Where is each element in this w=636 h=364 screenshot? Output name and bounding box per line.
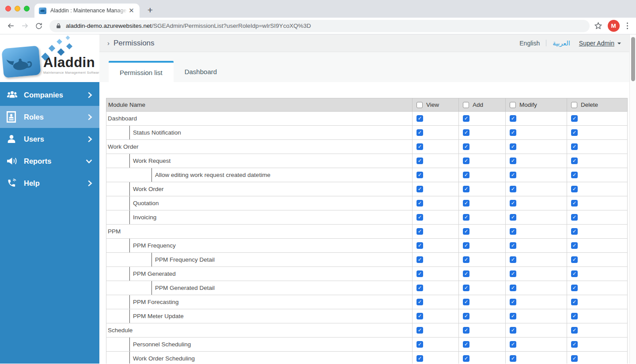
- permission-delete-checkbox[interactable]: [571, 341, 578, 348]
- permission-view-checkbox[interactable]: [416, 299, 423, 305]
- tab-close-icon[interactable]: ✕: [128, 7, 135, 15]
- select-all-delete-checkbox[interactable]: [571, 102, 577, 108]
- bookmark-star-button[interactable]: [594, 22, 602, 30]
- permission-modify-checkbox[interactable]: [510, 158, 516, 164]
- permission-modify-checkbox[interactable]: [510, 115, 516, 122]
- permission-delete-checkbox[interactable]: [571, 186, 578, 192]
- permission-modify-checkbox[interactable]: [510, 214, 516, 221]
- permission-modify-checkbox[interactable]: [510, 256, 516, 263]
- permission-add-checkbox[interactable]: [463, 115, 469, 122]
- permission-add-checkbox[interactable]: [463, 299, 469, 305]
- permission-view-checkbox[interactable]: [416, 256, 423, 263]
- sidebar-item-roles[interactable]: Roles: [0, 106, 99, 128]
- permission-delete-checkbox[interactable]: [571, 228, 578, 235]
- permission-delete-checkbox[interactable]: [571, 115, 578, 122]
- permission-view-checkbox[interactable]: [416, 285, 423, 291]
- permission-view-checkbox[interactable]: [416, 313, 423, 319]
- permission-view-checkbox[interactable]: [416, 327, 423, 334]
- permission-add-checkbox[interactable]: [463, 200, 469, 206]
- permission-view-checkbox[interactable]: [416, 355, 423, 362]
- select-all-add-checkbox[interactable]: [463, 102, 469, 108]
- browser-menu-button[interactable]: [625, 21, 630, 31]
- permission-modify-checkbox[interactable]: [510, 341, 516, 348]
- permission-modify-checkbox[interactable]: [510, 355, 516, 362]
- scrollbar-thumb[interactable]: [631, 37, 635, 81]
- user-menu-button[interactable]: Super Admin: [579, 40, 621, 47]
- permission-delete-checkbox[interactable]: [571, 256, 578, 263]
- permission-add-checkbox[interactable]: [463, 285, 469, 291]
- permission-add-checkbox[interactable]: [463, 186, 469, 192]
- new-tab-button[interactable]: +: [145, 5, 155, 16]
- permission-add-checkbox[interactable]: [463, 256, 469, 263]
- tab-permission-list[interactable]: Permission list: [109, 61, 174, 82]
- permission-delete-checkbox[interactable]: [571, 143, 578, 150]
- permission-delete-checkbox[interactable]: [571, 355, 578, 362]
- permission-modify-checkbox[interactable]: [510, 242, 516, 249]
- browser-tab[interactable]: Aladdin : Maintenance Manage ✕: [34, 4, 140, 18]
- sidebar-item-reports[interactable]: Reports: [0, 150, 99, 172]
- tab-dashboard[interactable]: Dashboard: [174, 61, 228, 82]
- permission-add-checkbox[interactable]: [463, 228, 469, 235]
- permission-delete-checkbox[interactable]: [571, 129, 578, 136]
- permission-view-checkbox[interactable]: [416, 186, 423, 192]
- window-zoom-button[interactable]: [24, 6, 30, 11]
- permission-view-checkbox[interactable]: [416, 129, 423, 136]
- permission-delete-checkbox[interactable]: [571, 285, 578, 291]
- address-bar[interactable]: aladdin-demo.azurewebsites.net/SGEAdmin/…: [49, 20, 590, 32]
- permission-modify-checkbox[interactable]: [510, 143, 516, 150]
- permission-view-checkbox[interactable]: [416, 228, 423, 235]
- permission-modify-checkbox[interactable]: [510, 327, 516, 334]
- reload-button[interactable]: [33, 20, 45, 32]
- permission-view-checkbox[interactable]: [416, 270, 423, 277]
- profile-avatar[interactable]: M: [608, 20, 620, 32]
- permission-view-checkbox[interactable]: [416, 242, 423, 249]
- permission-add-checkbox[interactable]: [463, 270, 469, 277]
- sidebar-item-companies[interactable]: Companies: [0, 84, 99, 106]
- permission-view-checkbox[interactable]: [416, 172, 423, 178]
- permission-view-checkbox[interactable]: [416, 214, 423, 221]
- select-all-view-checkbox[interactable]: [416, 102, 423, 108]
- permission-view-checkbox[interactable]: [416, 143, 423, 150]
- permission-add-checkbox[interactable]: [463, 158, 469, 164]
- permission-delete-checkbox[interactable]: [571, 270, 578, 277]
- permission-delete-checkbox[interactable]: [571, 242, 578, 249]
- window-minimize-button[interactable]: [15, 6, 20, 11]
- permission-view-checkbox[interactable]: [416, 200, 423, 206]
- language-english-link[interactable]: English: [519, 40, 540, 47]
- permission-delete-checkbox[interactable]: [571, 172, 578, 178]
- sidebar-item-users[interactable]: Users: [0, 128, 99, 150]
- app-logo[interactable]: Aladdin Maintenance Management Software: [0, 34, 99, 82]
- permission-modify-checkbox[interactable]: [510, 172, 516, 178]
- permission-add-checkbox[interactable]: [463, 172, 469, 178]
- permission-delete-checkbox[interactable]: [571, 299, 578, 305]
- permission-delete-checkbox[interactable]: [571, 214, 578, 221]
- back-button[interactable]: [4, 20, 17, 32]
- permission-modify-checkbox[interactable]: [510, 228, 516, 235]
- permission-delete-checkbox[interactable]: [571, 313, 578, 319]
- permission-add-checkbox[interactable]: [463, 214, 469, 221]
- permission-modify-checkbox[interactable]: [510, 129, 516, 136]
- forward-button[interactable]: [19, 20, 31, 32]
- permission-view-checkbox[interactable]: [416, 158, 423, 164]
- select-all-modify-checkbox[interactable]: [510, 102, 516, 108]
- permission-modify-checkbox[interactable]: [510, 313, 516, 319]
- permission-add-checkbox[interactable]: [463, 242, 469, 249]
- permission-modify-checkbox[interactable]: [510, 186, 516, 192]
- permission-view-checkbox[interactable]: [416, 115, 423, 122]
- permission-delete-checkbox[interactable]: [571, 158, 578, 164]
- permission-modify-checkbox[interactable]: [510, 270, 516, 277]
- permission-add-checkbox[interactable]: [463, 355, 469, 362]
- permission-add-checkbox[interactable]: [463, 327, 469, 334]
- window-close-button[interactable]: [5, 6, 11, 11]
- language-arabic-link[interactable]: العربية: [553, 40, 570, 47]
- permission-delete-checkbox[interactable]: [571, 327, 578, 334]
- permission-modify-checkbox[interactable]: [510, 200, 516, 206]
- permission-add-checkbox[interactable]: [463, 313, 469, 319]
- permission-delete-checkbox[interactable]: [571, 200, 578, 206]
- permission-modify-checkbox[interactable]: [510, 299, 516, 305]
- sidebar-item-help[interactable]: Help: [0, 172, 99, 194]
- permission-add-checkbox[interactable]: [463, 341, 469, 348]
- permission-modify-checkbox[interactable]: [510, 285, 516, 291]
- permission-add-checkbox[interactable]: [463, 129, 469, 136]
- permission-view-checkbox[interactable]: [416, 341, 423, 348]
